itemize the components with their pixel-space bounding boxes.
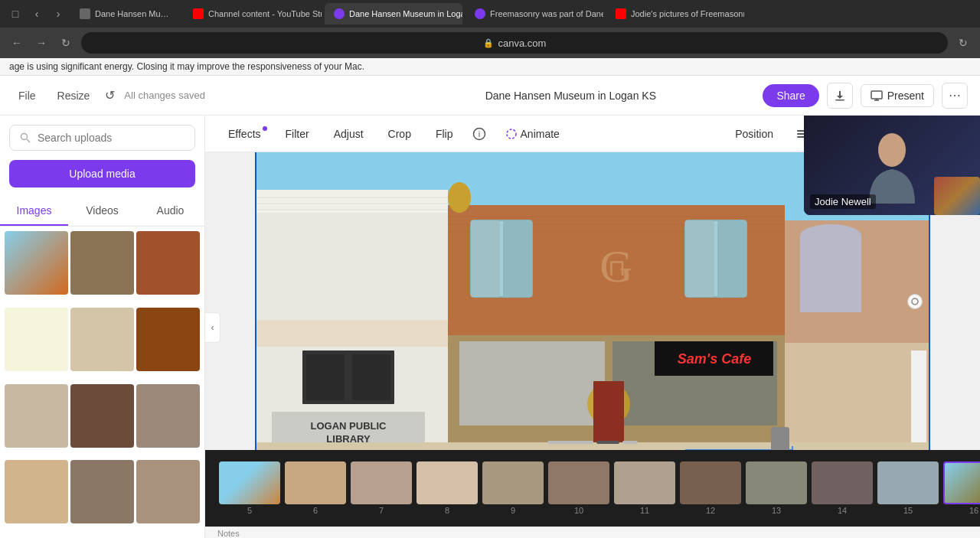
tab-favicon-4 xyxy=(475,8,485,19)
slide-thumbnail-10[interactable] xyxy=(548,461,609,504)
toolbar-right: Share Present ⋯ xyxy=(763,83,968,109)
back-nav[interactable]: ‹ xyxy=(28,5,46,23)
slide-thumbnail-8[interactable] xyxy=(416,461,478,504)
media-thumbnail[interactable] xyxy=(136,308,200,371)
resize-button[interactable]: Resize xyxy=(51,86,96,105)
animate-icon xyxy=(505,128,518,140)
slide-6-container: 6 xyxy=(285,461,346,515)
svg-rect-40 xyxy=(685,220,714,297)
slide-thumbnail-14[interactable] xyxy=(812,461,873,504)
slide-num-9: 9 xyxy=(511,506,515,515)
warning-bar: age is using significant energy. Closing… xyxy=(0,58,980,76)
animate-label: Animate xyxy=(521,128,560,140)
slide-num-6: 6 xyxy=(313,506,318,515)
tab-favicon-2 xyxy=(193,8,204,19)
person-silhouette xyxy=(861,127,923,204)
tab-freemasonry[interactable]: Freemasonry was part of Dane G. Hanse... xyxy=(466,3,603,24)
slide-thumbnail-5[interactable] xyxy=(219,461,280,504)
info-button[interactable]: i xyxy=(467,122,492,146)
tab-audio[interactable]: Audio xyxy=(136,197,204,226)
more-options-button[interactable]: ⋯ xyxy=(942,83,968,109)
slide-thumbnail-7[interactable] xyxy=(351,461,412,504)
slide-thumbnail-11[interactable] xyxy=(614,461,675,504)
tab-label-5: Jodie's pictures of Freemasonry symboli.… xyxy=(631,9,744,18)
svg-text:i: i xyxy=(478,129,479,139)
slide-7-container: 7 xyxy=(351,461,412,515)
address-bar[interactable]: 🔒 canva.com xyxy=(81,32,948,54)
undo-button[interactable]: ↺ xyxy=(105,88,115,103)
adjust-button[interactable]: Adjust xyxy=(323,123,374,145)
browser-container: □ ‹ › Dane Hansen Museum in Logan KS Cha… xyxy=(0,0,980,538)
animate-button[interactable]: Animate xyxy=(495,123,570,145)
slide-thumbnail-16[interactable] xyxy=(943,461,980,504)
slide-thumbnail-13[interactable] xyxy=(746,461,807,504)
filter-button[interactable]: Filter xyxy=(275,123,320,145)
media-thumbnail[interactable] xyxy=(5,384,68,448)
tab-youtube-studio[interactable]: Channel content - YouTube Studio xyxy=(184,3,322,24)
resize-handle[interactable] xyxy=(907,294,923,309)
media-thumbnail[interactable] xyxy=(70,231,134,295)
tab-label-4: Freemasonry was part of Dane G. Hanse... xyxy=(490,9,603,18)
notes-hint: Notes xyxy=(217,529,240,538)
download-button[interactable] xyxy=(827,83,853,109)
search-box[interactable] xyxy=(9,125,195,151)
scroll-indicators xyxy=(547,441,638,444)
tab-canva-active[interactable]: Dane Hansen Museum in Logan KS - Pre... xyxy=(325,3,462,24)
slide-thumbnail-6[interactable] xyxy=(285,461,346,504)
media-thumbnail[interactable] xyxy=(5,308,68,371)
effects-button[interactable]: Effects xyxy=(217,123,272,145)
media-thumbnail[interactable] xyxy=(70,308,134,371)
svg-rect-25 xyxy=(352,354,390,400)
position-button[interactable]: Position xyxy=(724,123,784,145)
file-menu-button[interactable]: File xyxy=(12,86,42,105)
svg-point-61 xyxy=(878,133,906,167)
svg-rect-0 xyxy=(835,99,844,101)
slide-num-5: 5 xyxy=(247,506,252,515)
present-button[interactable]: Present xyxy=(861,84,934,107)
media-thumbnail[interactable] xyxy=(70,384,134,448)
sidebar-collapse-button[interactable]: ‹ xyxy=(205,312,220,343)
slide-thumbnail-15[interactable] xyxy=(877,461,939,504)
slide-thumbnail-9[interactable] xyxy=(482,461,544,504)
tab-images[interactable]: Images xyxy=(0,197,68,226)
browser-refresh[interactable]: ↻ xyxy=(57,34,75,52)
svg-text:LOGAN PUBLIC: LOGAN PUBLIC xyxy=(311,420,387,432)
reload-btn[interactable]: ↻ xyxy=(954,34,972,52)
media-thumbnail[interactable] xyxy=(5,460,68,523)
crop-button[interactable]: Crop xyxy=(377,123,422,145)
toolbar-left: File Resize ↺ All changes saved xyxy=(12,86,378,105)
flip-button[interactable]: Flip xyxy=(425,123,464,145)
share-button[interactable]: Share xyxy=(763,84,818,107)
tab-videos[interactable]: Videos xyxy=(68,197,136,226)
media-thumbnail[interactable] xyxy=(5,231,68,295)
slide-num-14: 14 xyxy=(838,506,847,515)
tab-jodies-pictures[interactable]: Jodie's pictures of Freemasonry symboli.… xyxy=(606,3,744,24)
svg-marker-29 xyxy=(256,320,448,347)
media-grid xyxy=(0,227,204,538)
slide-num-10: 10 xyxy=(574,506,583,515)
upload-media-button[interactable]: Upload media xyxy=(9,160,195,187)
search-input[interactable] xyxy=(38,132,185,144)
media-thumbnail[interactable] xyxy=(70,460,134,523)
tab-dr-charlie-ward[interactable]: Dane Hansen Museum in Logan KS xyxy=(70,3,181,24)
tab-label-3: Dane Hansen Museum in Logan KS - Pre... xyxy=(349,9,462,18)
slide-thumbnail-12[interactable] xyxy=(680,461,741,504)
back-button[interactable]: □ xyxy=(6,5,24,23)
forward-nav[interactable]: › xyxy=(49,5,67,23)
present-label: Present xyxy=(887,90,924,102)
slide-5-container: 5 xyxy=(219,461,280,515)
svg-rect-58 xyxy=(771,427,789,450)
search-icon xyxy=(19,132,31,144)
browser-forward[interactable]: → xyxy=(32,34,51,52)
media-thumbnail[interactable] xyxy=(136,460,200,523)
svg-point-6 xyxy=(507,129,516,139)
media-thumbnail[interactable] xyxy=(136,384,200,448)
profile-name: Jodie Newell xyxy=(810,194,876,209)
media-thumbnail[interactable] xyxy=(136,231,200,295)
svg-rect-37 xyxy=(471,220,500,297)
canva-toolbar: File Resize ↺ All changes saved Dane Han… xyxy=(0,76,980,116)
svg-rect-41 xyxy=(717,220,746,297)
download-icon xyxy=(834,90,846,102)
browser-back[interactable]: ← xyxy=(8,34,26,52)
present-icon xyxy=(871,90,883,102)
